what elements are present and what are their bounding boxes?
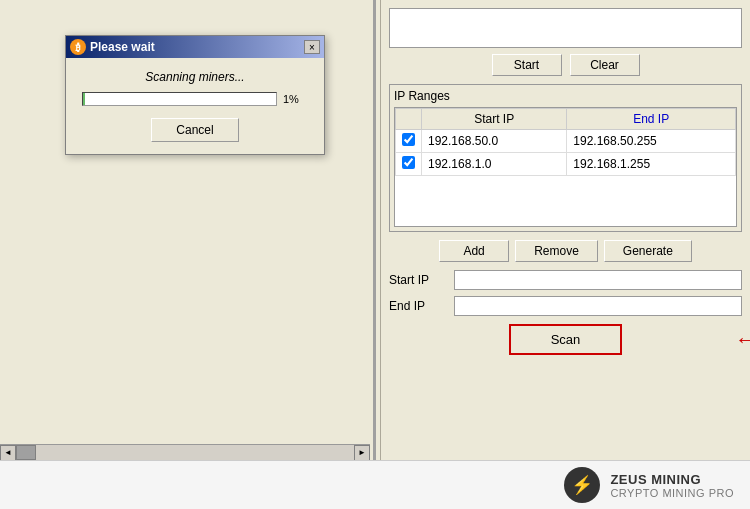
progress-bar-fill — [83, 93, 85, 105]
cancel-button[interactable]: Cancel — [151, 118, 238, 142]
modal-body: Scanning miners... 1% Cancel — [66, 58, 324, 154]
scanning-text: Scanning miners... — [82, 70, 308, 84]
bitcoin-icon: ₿ — [70, 39, 86, 55]
logo-line1: ZEUS MINING — [610, 472, 701, 487]
modal-title-left: ₿ Please wait — [70, 39, 155, 55]
logo-text: ZEUS MINING CRYPTO MINING PRO — [610, 472, 734, 499]
modal-close-button[interactable]: × — [304, 40, 320, 54]
progress-label: 1% — [283, 93, 308, 105]
bottom-bar: ⚡ ZEUS MINING CRYPTO MINING PRO — [0, 460, 750, 509]
zeus-logo-icon: ⚡ — [564, 467, 600, 503]
modal-titlebar: ₿ Please wait × — [66, 36, 324, 58]
please-wait-dialog: ₿ Please wait × Scanning miners... 1% Ca… — [65, 35, 325, 155]
modal-title-text: Please wait — [90, 40, 155, 54]
app-background: ◄ ► Start Clear IP Ranges — [0, 0, 750, 460]
modal-cancel-row: Cancel — [82, 118, 308, 142]
progress-bar-outer — [82, 92, 277, 106]
logo-line2: CRYPTO MINING PRO — [610, 487, 734, 499]
progress-container: 1% — [82, 92, 308, 106]
modal-overlay: ₿ Please wait × Scanning miners... 1% Ca… — [0, 0, 750, 460]
